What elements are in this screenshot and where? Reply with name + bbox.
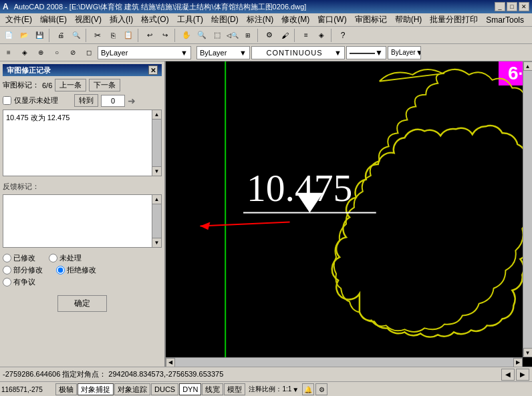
color-dropdown[interactable]: ByLayer ▼ — [196, 46, 250, 59]
scroll-up-btn[interactable]: ▲ — [152, 110, 161, 120]
cad-viewport[interactable]: 6 · 10.475 — [166, 61, 532, 367]
radio-partial-input[interactable] — [3, 266, 11, 274]
tb2-layer4[interactable]: ○ — [49, 45, 64, 60]
radio-disputed-input[interactable] — [3, 278, 11, 286]
maximize-button[interactable]: □ — [507, 2, 517, 11]
radio-unprocessed[interactable]: 未处理 — [49, 253, 82, 263]
unprocessed-label: 仅显示未处理 — [14, 95, 58, 106]
scroll-down-btn[interactable]: ▼ — [152, 166, 161, 176]
viewport-hscrollbar[interactable]: ◀ ▶ — [166, 357, 523, 367]
menu-smartools[interactable]: SmarTools — [482, 14, 528, 26]
tb-properties[interactable]: ⚙ — [262, 28, 277, 43]
confirm-button[interactable]: 确定 — [57, 295, 107, 312]
menu-dimension[interactable]: 标注(N) — [243, 13, 278, 27]
feedback-label: 反馈标记： — [3, 182, 162, 192]
menu-insert[interactable]: 插入(I) — [106, 13, 137, 27]
lineweight-dropdown[interactable]: ▼ — [346, 46, 386, 59]
tb-zoom-realtime[interactable]: 🔍 — [194, 28, 209, 43]
note-textarea-wrapper: 10.475 改为 12.475 ▲ ▼ — [3, 110, 162, 176]
layer-dropdown[interactable]: ByLayer ▼ — [98, 46, 191, 59]
menu-help[interactable]: 帮助(H) — [391, 13, 426, 27]
mode-lineweight[interactable]: 线宽 — [202, 383, 223, 395]
mode-otrack[interactable]: 对象追踪 — [114, 383, 150, 395]
mode-ducs[interactable]: DUCS — [151, 383, 178, 395]
menu-window[interactable]: 窗口(W) — [313, 13, 350, 27]
radio-rejected[interactable]: 拒绝修改 — [56, 265, 96, 275]
tb2-layer6[interactable]: ◻ — [82, 45, 96, 60]
goto-button[interactable]: 转到 — [74, 94, 98, 107]
scale-label: 注释比例：1:1 — [249, 385, 291, 394]
goto-input[interactable] — [101, 95, 125, 107]
menu-file[interactable]: 文件(E) — [1, 13, 36, 27]
tb-open[interactable]: 📂 — [17, 28, 31, 43]
mode-dyn[interactable]: DYN — [179, 383, 201, 395]
feedback-scrollbar[interactable]: ▲ ▼ — [152, 195, 161, 247]
mode-model[interactable]: 模型 — [224, 383, 245, 395]
tb-paste[interactable]: 📋 — [121, 28, 136, 43]
tb2-layer-state[interactable]: ◈ — [17, 45, 32, 60]
tb-print[interactable]: 🖨 — [53, 28, 68, 43]
menu-view[interactable]: 视图(V) — [71, 13, 106, 27]
vscroll-down-btn[interactable]: ▼ — [523, 348, 533, 357]
prev-button[interactable]: 上一条 — [55, 79, 86, 91]
menu-draw[interactable]: 绘图(D) — [207, 13, 243, 27]
title-text: AutoCAD 2008 - [E:\DWG\体育馆 建筑 结施\结施\混凝土结… — [14, 2, 307, 12]
tb-layer2[interactable]: ◈ — [314, 28, 329, 43]
tb-zoom-extent[interactable]: ⊞ — [241, 28, 255, 43]
radio-rejected-label: 拒绝修改 — [67, 265, 96, 275]
hscroll-right-btn[interactable]: ▶ — [513, 358, 523, 367]
menu-modify[interactable]: 修改(M) — [277, 13, 313, 27]
radio-rejected-input[interactable] — [56, 266, 65, 274]
plotstyle-dropdown[interactable]: ByLayer ▼ — [388, 46, 421, 59]
tb-help[interactable]: ? — [336, 28, 350, 43]
status-icon-2[interactable]: ⚙ — [315, 383, 327, 395]
tb-layer[interactable]: ≡ — [299, 28, 313, 43]
nav-left-btn[interactable]: ◀ — [501, 369, 515, 381]
review-mark-label: 审图标记： — [3, 80, 39, 90]
menu-batch-print[interactable]: 批量分图打印 — [426, 13, 482, 27]
tb-save[interactable]: 💾 — [32, 28, 47, 43]
unprocessed-checkbox[interactable] — [3, 96, 11, 105]
tb-redo[interactable]: ↪ — [158, 28, 172, 43]
nav-right-btn[interactable]: ▶ — [516, 369, 529, 381]
next-button[interactable]: 下一条 — [89, 79, 120, 91]
linetype-dropdown[interactable]: CONTINUOUS ▼ — [251, 46, 345, 59]
tb-matchprop[interactable]: 🖌 — [277, 28, 292, 43]
vscroll-up-btn[interactable]: ▲ — [523, 61, 533, 71]
tb-cut[interactable]: ✂ — [90, 28, 105, 43]
menu-format[interactable]: 格式(O) — [137, 13, 172, 27]
tb2-layer5[interactable]: ⊘ — [65, 45, 80, 60]
tb-pan[interactable]: ✋ — [179, 28, 194, 43]
tb-preview[interactable]: 🔍 — [69, 28, 84, 43]
viewport-vscrollbar[interactable]: ▲ ▼ — [523, 61, 532, 357]
vscroll-track[interactable] — [523, 71, 532, 348]
note-scrollbar[interactable]: ▲ ▼ — [152, 110, 161, 176]
tb2-layer3[interactable]: ⊕ — [33, 45, 48, 60]
radio-modified-input[interactable] — [3, 254, 11, 262]
hscroll-track[interactable] — [175, 358, 513, 367]
radio-modified[interactable]: 已修改 — [3, 253, 35, 263]
radio-partial[interactable]: 部分修改 — [3, 265, 43, 275]
radio-unprocessed-input[interactable] — [49, 254, 57, 262]
status-icon-1[interactable]: 🔔 — [302, 383, 314, 395]
minimize-button[interactable]: _ — [495, 2, 505, 11]
tb-new[interactable]: 📄 — [1, 28, 16, 43]
dialog-close-button[interactable]: ✕ — [148, 65, 158, 75]
close-button[interactable]: ✕ — [519, 2, 529, 11]
mode-osnap[interactable]: 对象捕捉 — [78, 383, 114, 395]
mode-polar[interactable]: 极轴 — [55, 383, 77, 395]
color-value: ByLayer — [200, 49, 227, 57]
fb-scroll-up-btn[interactable]: ▲ — [152, 195, 161, 204]
tb-zoom-window[interactable]: ⬚ — [210, 28, 225, 43]
fb-scroll-down-btn[interactable]: ▼ — [152, 238, 161, 247]
hscroll-left-btn[interactable]: ◀ — [166, 358, 175, 367]
menu-review[interactable]: 审图标记 — [351, 13, 391, 27]
tb2-layer-mgr[interactable]: ≡ — [1, 45, 16, 60]
tb-zoom-prev[interactable]: ◁🔍 — [225, 28, 240, 43]
tb-undo[interactable]: ↩ — [142, 28, 157, 43]
menu-tools[interactable]: 工具(T) — [173, 13, 207, 27]
menu-edit[interactable]: 编辑(E) — [36, 13, 71, 27]
tb-copy[interactable]: ⎘ — [106, 28, 120, 43]
radio-disputed[interactable]: 有争议 — [3, 277, 35, 287]
feedback-textarea-wrapper: ▲ ▼ — [3, 194, 162, 248]
